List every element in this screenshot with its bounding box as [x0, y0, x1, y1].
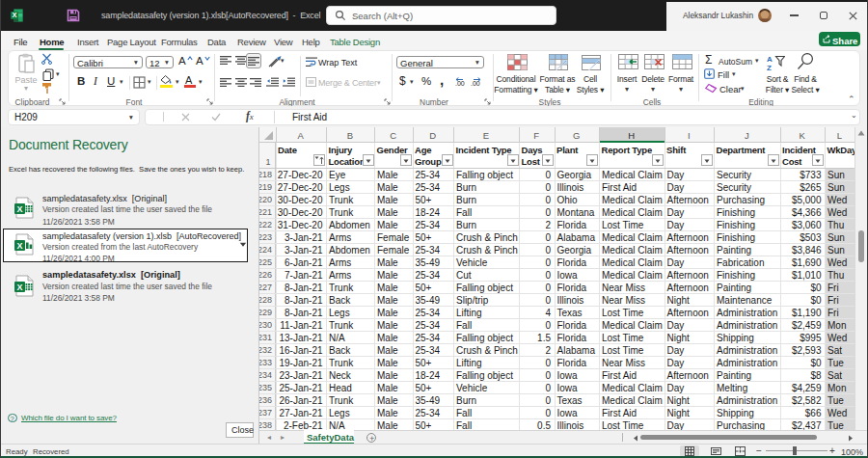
svg-text:X: X — [12, 11, 16, 19]
svg-text:Z: Z — [767, 64, 772, 72]
svg-text:X: X — [16, 241, 22, 251]
svg-text:A: A — [767, 55, 773, 64]
svg-text:.00: .00 — [455, 80, 465, 87]
svg-text:X: X — [16, 204, 22, 214]
svg-text:X: X — [16, 283, 22, 292]
